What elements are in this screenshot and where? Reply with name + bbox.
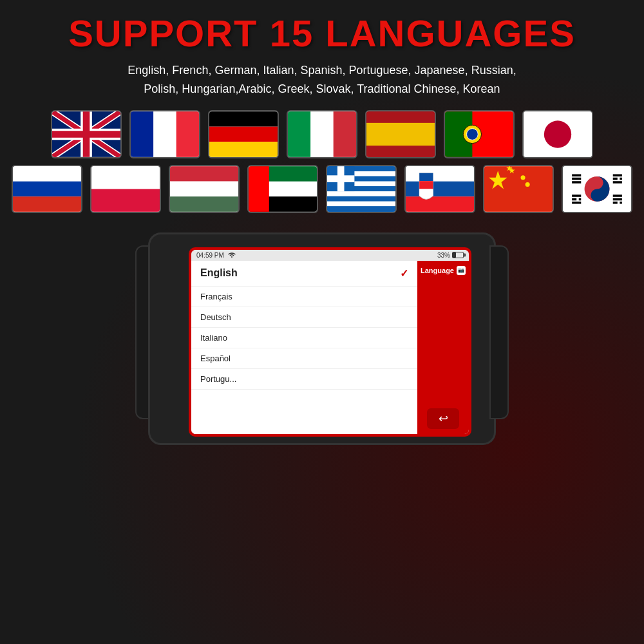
svg-rect-13 — [366, 147, 435, 156]
lang-item-french[interactable]: Français — [191, 287, 417, 307]
svg-rect-3 — [176, 111, 199, 157]
svg-rect-9 — [334, 111, 356, 157]
lang-item-spanish[interactable]: Español — [191, 348, 417, 369]
svg-rect-1 — [131, 111, 153, 157]
svg-rect-51 — [484, 166, 553, 212]
svg-point-19 — [544, 120, 571, 147]
status-bar-right: 33% — [437, 252, 464, 259]
page-title: SUPPORT 15 LANGUAGES — [68, 12, 576, 55]
flag-poland — [90, 165, 161, 213]
svg-rect-46 — [406, 181, 474, 196]
flags-row-1 — [51, 110, 593, 158]
status-bar-left: 04:59 PM — [196, 252, 236, 259]
language-list-panel: English ✓ Français Deutsch — [191, 261, 417, 434]
wifi-icon — [227, 252, 236, 258]
battery-percent: 33% — [437, 252, 450, 259]
svg-rect-39 — [327, 196, 395, 201]
camera-icon: 📷 — [457, 266, 466, 275]
svg-rect-22 — [13, 196, 81, 212]
svg-rect-27 — [170, 196, 238, 212]
lang-label-german: Deutsch — [200, 312, 231, 322]
flag-russia — [12, 165, 82, 213]
svg-rect-8 — [310, 111, 333, 157]
device-body: 04:59 PM 33% — [148, 232, 496, 445]
diagnostic-device: THINKSCAN 04:59 PM — [135, 226, 509, 445]
flag-germany — [208, 110, 279, 158]
flags-row-2 — [12, 165, 632, 213]
language-header-label: Language — [421, 267, 454, 274]
svg-rect-25 — [170, 166, 238, 181]
lang-item-english[interactable]: English ✓ — [191, 261, 417, 287]
main-content: SUPPORT 15 LANGUAGES English, French, Ge… — [0, 0, 644, 644]
svg-rect-38 — [327, 191, 395, 196]
svg-rect-20 — [13, 166, 81, 181]
side-panel-header: Language 📷 — [421, 266, 466, 275]
svg-point-56 — [526, 182, 530, 186]
flag-japan — [522, 110, 593, 158]
svg-rect-40 — [327, 201, 395, 206]
svg-point-55 — [521, 175, 526, 180]
flag-italy — [287, 110, 357, 158]
screen-body: English ✓ Français Deutsch — [191, 261, 469, 434]
side-panel: Language 📷 ↩ — [417, 261, 469, 434]
flag-hungary — [169, 165, 240, 213]
svg-rect-23 — [91, 166, 160, 189]
flag-spain — [365, 110, 436, 158]
svg-rect-7 — [288, 111, 310, 157]
flag-china — [483, 165, 554, 213]
svg-rect-2 — [153, 111, 176, 157]
lang-label-portuguese: Portugu... — [200, 374, 236, 384]
flag-uk — [51, 110, 122, 158]
svg-rect-31 — [249, 166, 269, 212]
svg-rect-45 — [406, 166, 474, 181]
lang-label-spanish: Español — [200, 354, 231, 363]
lang-item-german[interactable]: Deutsch — [191, 307, 417, 328]
svg-rect-4 — [209, 111, 278, 126]
svg-rect-41 — [327, 206, 395, 211]
languages-description: English, French, German, Italian, Spanis… — [128, 61, 516, 99]
back-button[interactable]: ↩ — [427, 408, 459, 429]
screen-frame: 04:59 PM 33% — [189, 247, 471, 437]
lang-item-italian[interactable]: Italiano — [191, 328, 417, 348]
check-mark: ✓ — [400, 267, 408, 279]
svg-rect-24 — [91, 189, 160, 211]
status-bar: 04:59 PM 33% — [191, 250, 469, 261]
svg-point-17 — [467, 128, 478, 140]
svg-rect-44 — [327, 175, 354, 182]
clock: 04:59 PM — [196, 252, 224, 259]
lang-label-english: English — [200, 267, 238, 279]
svg-rect-48 — [419, 173, 433, 180]
svg-rect-49 — [419, 181, 433, 189]
flag-uae — [247, 165, 318, 213]
lang-label-italian: Italiano — [200, 333, 227, 343]
svg-rect-47 — [406, 196, 474, 212]
svg-rect-26 — [170, 181, 238, 196]
svg-rect-50 — [419, 189, 433, 196]
lang-item-portuguese[interactable]: Portugu... — [191, 369, 417, 390]
lang-label-french: Français — [200, 292, 232, 301]
svg-rect-11 — [366, 122, 435, 145]
device-section: THINKSCAN 04:59 PM — [19, 226, 625, 445]
svg-rect-6 — [209, 142, 278, 157]
device-handle-right — [489, 245, 509, 419]
flag-france — [129, 110, 200, 158]
svg-rect-5 — [209, 126, 278, 141]
device-screen: 04:59 PM 33% — [191, 250, 469, 434]
svg-rect-12 — [366, 111, 435, 120]
flag-korea — [562, 165, 632, 213]
battery-icon — [452, 252, 464, 258]
svg-rect-21 — [13, 181, 81, 196]
flag-portugal — [444, 110, 515, 158]
flag-slovakia — [404, 165, 475, 213]
flag-greece — [326, 165, 397, 213]
